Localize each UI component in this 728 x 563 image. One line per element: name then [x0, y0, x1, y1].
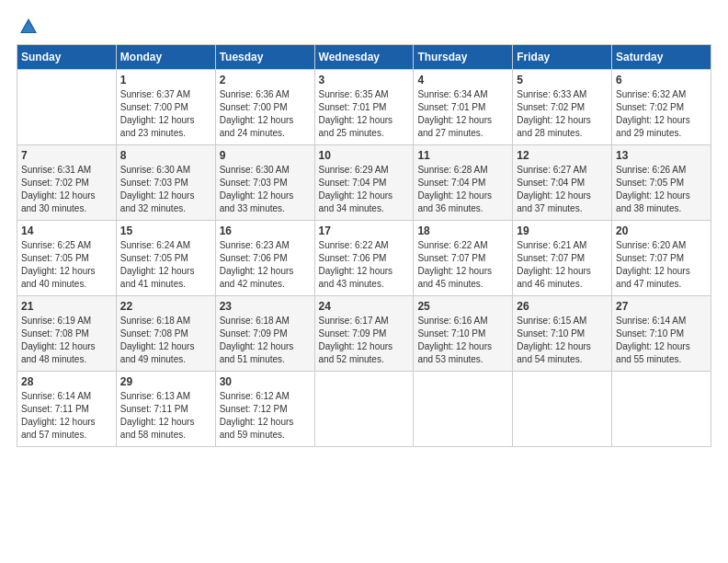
day-cell: 7Sunrise: 6:31 AMSunset: 7:02 PMDaylight…	[17, 145, 117, 221]
day-number: 14	[21, 224, 112, 237]
day-number: 5	[517, 74, 608, 86]
day-number: 20	[616, 224, 707, 237]
day-number: 23	[220, 300, 311, 313]
day-cell: 14Sunrise: 6:25 AMSunset: 7:05 PMDayligh…	[17, 221, 117, 296]
day-cell: 4Sunrise: 6:34 AMSunset: 7:01 PMDaylight…	[414, 70, 513, 145]
day-cell: 23Sunrise: 6:18 AMSunset: 7:09 PMDayligh…	[215, 296, 314, 372]
calendar-header-row: SundayMondayTuesdayWednesdayThursdayFrid…	[17, 45, 711, 70]
day-number: 7	[21, 149, 112, 162]
day-cell: 18Sunrise: 6:22 AMSunset: 7:07 PMDayligh…	[414, 221, 513, 296]
day-info: Sunrise: 6:19 AMSunset: 7:08 PMDaylight:…	[21, 315, 112, 366]
day-cell: 13Sunrise: 6:26 AMSunset: 7:05 PMDayligh…	[612, 145, 711, 221]
col-header-wednesday: Wednesday	[314, 45, 414, 70]
day-info: Sunrise: 6:24 AMSunset: 7:05 PMDaylight:…	[120, 239, 211, 291]
day-cell: 2Sunrise: 6:36 AMSunset: 7:00 PMDaylight…	[215, 70, 314, 145]
day-number: 6	[616, 74, 707, 86]
day-number: 11	[417, 149, 508, 162]
day-cell: 6Sunrise: 6:32 AMSunset: 7:02 PMDaylight…	[612, 70, 711, 145]
day-info: Sunrise: 6:30 AMSunset: 7:03 PMDaylight:…	[220, 164, 311, 215]
logo-icon	[18, 17, 39, 37]
day-cell: 26Sunrise: 6:15 AMSunset: 7:10 PMDayligh…	[513, 296, 612, 372]
day-cell: 29Sunrise: 6:13 AMSunset: 7:11 PMDayligh…	[116, 372, 215, 447]
day-info: Sunrise: 6:25 AMSunset: 7:05 PMDaylight:…	[21, 239, 112, 291]
header	[17, 17, 711, 33]
day-number: 17	[319, 224, 410, 237]
day-info: Sunrise: 6:12 AMSunset: 7:12 PMDaylight:…	[220, 390, 311, 442]
day-info: Sunrise: 6:32 AMSunset: 7:02 PMDaylight:…	[616, 88, 707, 140]
col-header-monday: Monday	[116, 45, 215, 70]
week-row-1: 1Sunrise: 6:37 AMSunset: 7:00 PMDaylight…	[17, 70, 711, 145]
day-number: 8	[120, 149, 211, 162]
page: SundayMondayTuesdayWednesdayThursdayFrid…	[0, 0, 728, 456]
col-header-saturday: Saturday	[612, 45, 711, 70]
day-info: Sunrise: 6:13 AMSunset: 7:11 PMDaylight:…	[120, 390, 211, 442]
day-cell: 30Sunrise: 6:12 AMSunset: 7:12 PMDayligh…	[215, 372, 314, 447]
day-info: Sunrise: 6:34 AMSunset: 7:01 PMDaylight:…	[417, 88, 508, 140]
week-row-5: 28Sunrise: 6:14 AMSunset: 7:11 PMDayligh…	[17, 372, 711, 447]
day-info: Sunrise: 6:16 AMSunset: 7:10 PMDaylight:…	[417, 315, 508, 366]
day-number: 16	[220, 224, 311, 237]
day-cell: 20Sunrise: 6:20 AMSunset: 7:07 PMDayligh…	[612, 221, 711, 296]
calendar-table: SundayMondayTuesdayWednesdayThursdayFrid…	[17, 44, 711, 447]
day-info: Sunrise: 6:35 AMSunset: 7:01 PMDaylight:…	[319, 88, 410, 140]
day-cell: 25Sunrise: 6:16 AMSunset: 7:10 PMDayligh…	[414, 296, 513, 372]
day-info: Sunrise: 6:31 AMSunset: 7:02 PMDaylight:…	[21, 164, 112, 215]
day-number: 3	[319, 74, 410, 86]
day-info: Sunrise: 6:14 AMSunset: 7:10 PMDaylight:…	[616, 315, 707, 366]
day-number: 29	[120, 375, 211, 388]
day-cell	[314, 372, 414, 447]
day-cell	[17, 70, 117, 145]
week-row-4: 21Sunrise: 6:19 AMSunset: 7:08 PMDayligh…	[17, 296, 711, 372]
day-cell: 21Sunrise: 6:19 AMSunset: 7:08 PMDayligh…	[17, 296, 117, 372]
day-number: 25	[417, 300, 508, 313]
week-row-3: 14Sunrise: 6:25 AMSunset: 7:05 PMDayligh…	[17, 221, 711, 296]
day-info: Sunrise: 6:20 AMSunset: 7:07 PMDaylight:…	[616, 239, 707, 291]
day-cell: 17Sunrise: 6:22 AMSunset: 7:06 PMDayligh…	[314, 221, 414, 296]
day-info: Sunrise: 6:14 AMSunset: 7:11 PMDaylight:…	[21, 390, 112, 442]
day-info: Sunrise: 6:27 AMSunset: 7:04 PMDaylight:…	[517, 164, 608, 215]
day-info: Sunrise: 6:26 AMSunset: 7:05 PMDaylight:…	[616, 164, 707, 215]
day-info: Sunrise: 6:37 AMSunset: 7:00 PMDaylight:…	[120, 88, 211, 140]
col-header-friday: Friday	[513, 45, 612, 70]
day-number: 22	[120, 300, 211, 313]
day-cell: 3Sunrise: 6:35 AMSunset: 7:01 PMDaylight…	[314, 70, 414, 145]
col-header-sunday: Sunday	[17, 45, 117, 70]
day-cell: 19Sunrise: 6:21 AMSunset: 7:07 PMDayligh…	[513, 221, 612, 296]
day-info: Sunrise: 6:22 AMSunset: 7:06 PMDaylight:…	[319, 239, 410, 291]
logo	[17, 17, 39, 33]
day-info: Sunrise: 6:22 AMSunset: 7:07 PMDaylight:…	[417, 239, 508, 291]
day-info: Sunrise: 6:18 AMSunset: 7:09 PMDaylight:…	[220, 315, 311, 366]
day-cell: 22Sunrise: 6:18 AMSunset: 7:08 PMDayligh…	[116, 296, 215, 372]
day-cell	[414, 372, 513, 447]
day-info: Sunrise: 6:29 AMSunset: 7:04 PMDaylight:…	[319, 164, 410, 215]
day-number: 27	[616, 300, 707, 313]
day-number: 28	[21, 375, 112, 388]
day-number: 9	[220, 149, 311, 162]
day-number: 18	[417, 224, 508, 237]
day-info: Sunrise: 6:36 AMSunset: 7:00 PMDaylight:…	[220, 88, 311, 140]
day-number: 24	[319, 300, 410, 313]
day-cell: 24Sunrise: 6:17 AMSunset: 7:09 PMDayligh…	[314, 296, 414, 372]
day-cell: 10Sunrise: 6:29 AMSunset: 7:04 PMDayligh…	[314, 145, 414, 221]
day-info: Sunrise: 6:28 AMSunset: 7:04 PMDaylight:…	[417, 164, 508, 215]
day-cell: 28Sunrise: 6:14 AMSunset: 7:11 PMDayligh…	[17, 372, 117, 447]
day-info: Sunrise: 6:21 AMSunset: 7:07 PMDaylight:…	[517, 239, 608, 291]
day-number: 19	[517, 224, 608, 237]
day-cell: 27Sunrise: 6:14 AMSunset: 7:10 PMDayligh…	[612, 296, 711, 372]
day-number: 2	[220, 74, 311, 86]
col-header-thursday: Thursday	[414, 45, 513, 70]
day-info: Sunrise: 6:30 AMSunset: 7:03 PMDaylight:…	[120, 164, 211, 215]
day-info: Sunrise: 6:23 AMSunset: 7:06 PMDaylight:…	[220, 239, 311, 291]
day-number: 26	[517, 300, 608, 313]
col-header-tuesday: Tuesday	[215, 45, 314, 70]
day-number: 30	[220, 375, 311, 388]
day-cell	[513, 372, 612, 447]
day-cell: 12Sunrise: 6:27 AMSunset: 7:04 PMDayligh…	[513, 145, 612, 221]
day-number: 21	[21, 300, 112, 313]
day-cell: 1Sunrise: 6:37 AMSunset: 7:00 PMDaylight…	[116, 70, 215, 145]
week-row-2: 7Sunrise: 6:31 AMSunset: 7:02 PMDaylight…	[17, 145, 711, 221]
day-number: 10	[319, 149, 410, 162]
day-cell: 8Sunrise: 6:30 AMSunset: 7:03 PMDaylight…	[116, 145, 215, 221]
day-number: 15	[120, 224, 211, 237]
day-cell: 16Sunrise: 6:23 AMSunset: 7:06 PMDayligh…	[215, 221, 314, 296]
